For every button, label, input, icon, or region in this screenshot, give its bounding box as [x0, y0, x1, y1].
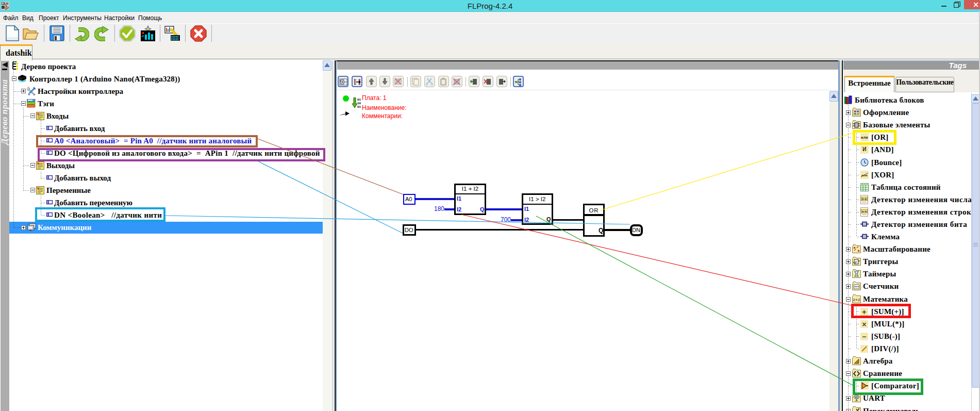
svg-text:2+2: 2+2	[853, 298, 860, 302]
svg-text:а-я: а-я	[862, 210, 867, 213]
svg-text:−: −	[862, 333, 866, 340]
svg-text:×: ×	[862, 320, 866, 328]
svg-text:0-9: 0-9	[862, 198, 867, 201]
svg-text:или: или	[861, 174, 868, 177]
svg-text:И: И	[862, 146, 866, 152]
svg-text:01: 01	[357, 98, 361, 102]
svg-text:01: 01	[357, 105, 361, 109]
svg-text:10: 10	[357, 102, 361, 105]
